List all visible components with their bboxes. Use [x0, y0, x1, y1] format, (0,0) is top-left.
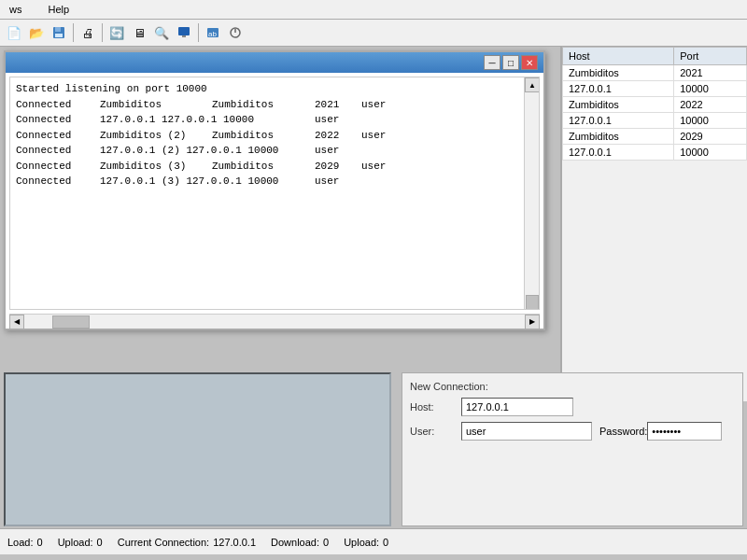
menu-bar: ws Help	[0, 0, 747, 20]
host-cell: Zumbiditos	[563, 65, 674, 81]
scroll-thumb-h[interactable]	[52, 315, 90, 329]
host-label: Host:	[410, 401, 461, 413]
log-content[interactable]: Started listening on port 10000 Connecte…	[10, 77, 524, 309]
port-cell: 10000	[674, 81, 747, 97]
svg-rect-3	[178, 27, 190, 35]
upload-status: Upload: 0	[58, 537, 103, 548]
menu-ws[interactable]: ws	[4, 2, 27, 17]
svg-text:ab: ab	[208, 30, 217, 38]
refresh-button[interactable]: 🔄	[106, 22, 127, 43]
log-line-0: Started listening on port 10000	[16, 81, 518, 97]
download-status: Download: 0	[271, 537, 329, 548]
download-label: Download:	[271, 537, 319, 548]
right-panel: Host Port Zumbiditos 2021 127.0.0.1 1000…	[560, 47, 747, 401]
password-input[interactable]	[647, 422, 722, 441]
current-conn-value: 127.0.0.1	[213, 537, 256, 548]
port-cell: 2029	[674, 129, 747, 145]
scroll-left-arrow[interactable]: ◀	[9, 315, 24, 329]
col-header-host: Host	[563, 48, 674, 65]
load-value: 0	[37, 537, 43, 548]
host-cell: Zumbiditos	[563, 97, 674, 113]
log-line-5: ConnectedZumbiditos (3)Zumbiditos2029use…	[16, 159, 518, 175]
separator-2	[102, 23, 103, 42]
download-value: 0	[323, 537, 329, 548]
table-row: Zumbiditos 2022	[563, 97, 747, 113]
log-line-6: Connected127.0.0.1 (3) 127.0.0.1 10000us…	[16, 174, 518, 189]
port-cell: 2022	[674, 97, 747, 113]
user-field-row: User: Password:	[410, 422, 735, 441]
log-line-2: Connected127.0.0.1 127.0.0.1 10000user	[16, 112, 518, 128]
scroll-up-arrow[interactable]: ▲	[525, 77, 540, 92]
new-connection-title: New Connection:	[410, 381, 735, 392]
separator-3	[198, 23, 199, 42]
scroll-track-h	[24, 315, 525, 329]
upload2-value: 0	[383, 537, 388, 548]
upload2-status: Upload: 0	[344, 537, 388, 548]
bottom-left-panel	[4, 372, 391, 526]
log-dialog: ─ □ ✕ Started listening on port 10000 Co…	[4, 50, 545, 330]
svg-rect-4	[182, 35, 186, 37]
scroll-right-arrow[interactable]: ▶	[525, 315, 540, 329]
menu-help[interactable]: Help	[42, 2, 75, 17]
log-line-3: ConnectedZumbiditos (2)Zumbiditos2022use…	[16, 128, 518, 144]
col-header-port: Port	[674, 48, 747, 65]
monitor-button[interactable]	[174, 22, 194, 43]
search-button[interactable]: 🔍	[151, 22, 172, 43]
host-field-row: Host:	[410, 398, 735, 416]
table-row: Zumbiditos 2029	[563, 129, 747, 145]
transfer-button[interactable]: ab	[203, 22, 223, 43]
status-bar: Load: 0 Upload: 0 Current Connection: 12…	[0, 528, 747, 554]
dialog-titlebar: ─ □ ✕	[6, 52, 543, 73]
table-row: 127.0.0.1 10000	[563, 113, 747, 129]
host-cell: Zumbiditos	[563, 129, 674, 145]
vertical-scrollbar[interactable]: ▲ ▼	[524, 77, 539, 309]
log-line-4: Connected127.0.0.1 (2) 127.0.0.1 10000us…	[16, 143, 518, 159]
minimize-button[interactable]: ─	[484, 55, 500, 70]
upload-value: 0	[97, 537, 103, 548]
upload2-label: Upload:	[344, 537, 379, 548]
new-connection-panel: New Connection: Host: User: Password:	[402, 372, 743, 526]
port-cell: 10000	[674, 145, 747, 161]
connections-table: Host Port Zumbiditos 2021 127.0.0.1 1000…	[562, 47, 747, 161]
host-cell: 127.0.0.1	[563, 113, 674, 129]
new-connection-section: New Connection: Host: User: Password:	[402, 373, 742, 454]
user-label: User:	[410, 426, 461, 437]
scroll-thumb-v[interactable]	[526, 295, 539, 310]
main-area: ─ □ ✕ Started listening on port 10000 Co…	[0, 47, 747, 554]
svg-rect-2	[55, 34, 63, 37]
load-status: Load: 0	[7, 537, 43, 548]
save-button[interactable]	[49, 22, 69, 43]
new-button[interactable]: 📄	[4, 22, 24, 43]
horizontal-scrollbar[interactable]: ◀ ▶	[9, 314, 540, 329]
extra-button[interactable]	[225, 22, 246, 43]
log-content-wrapper: Started listening on port 10000 Connecte…	[9, 77, 540, 310]
open-button[interactable]: 📂	[26, 22, 47, 43]
print-button[interactable]: 🖨	[78, 22, 98, 43]
table-row: Zumbiditos 2021	[563, 65, 747, 81]
current-connection-status: Current Connection: 127.0.0.1	[118, 537, 256, 548]
host-cell: 127.0.0.1	[563, 81, 674, 97]
log-line-1: ConnectedZumbiditosZumbiditos2021user	[16, 97, 518, 113]
port-cell: 10000	[674, 113, 747, 129]
svg-rect-1	[55, 27, 61, 32]
user-input[interactable]	[461, 422, 592, 441]
load-label: Load:	[7, 537, 34, 548]
toolbar: 📄 📂 🖨 🔄 🖥 🔍 ab	[0, 20, 747, 47]
restore-button[interactable]: □	[502, 55, 519, 70]
separator-1	[73, 23, 74, 42]
close-button[interactable]: ✕	[521, 55, 538, 70]
upload-label: Upload:	[58, 537, 93, 548]
password-label: Password:	[599, 426, 647, 437]
port-cell: 2021	[674, 65, 747, 81]
host-input[interactable]	[461, 398, 573, 416]
host-cell: 127.0.0.1	[563, 145, 674, 161]
table-row: 127.0.0.1 10000	[563, 145, 747, 161]
current-conn-label: Current Connection:	[118, 537, 209, 548]
computer-button[interactable]: 🖥	[129, 22, 149, 43]
table-row: 127.0.0.1 10000	[563, 81, 747, 97]
